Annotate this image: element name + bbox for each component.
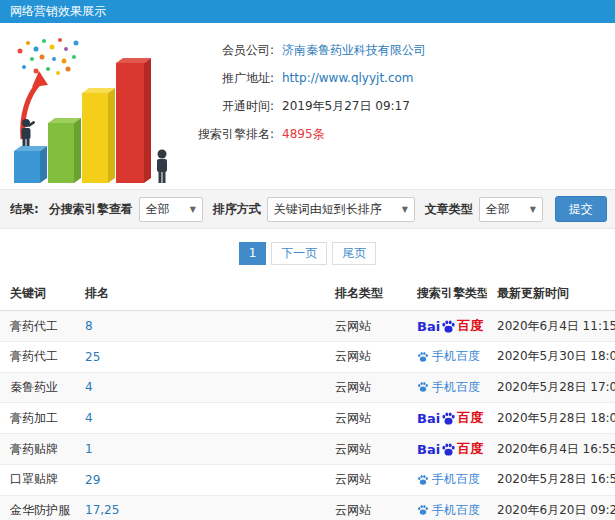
sort-filter-value: 关键词由短到长排序 <box>274 201 382 218</box>
bar-yellow <box>82 88 115 183</box>
rank-cell: 25 <box>75 342 325 373</box>
table-row: 膏药贴牌1云网站Bai百度2020年6月4日 16:55 <box>0 434 615 465</box>
updated-cell: 2020年6月4日 11:15 <box>487 311 615 342</box>
rank-link[interactable]: 4 <box>85 411 93 425</box>
article-type-label: 文章类型 <box>425 201 473 218</box>
mobile-baidu-logo: 手机百度 <box>417 471 480 488</box>
rank-type-cell: 云网站 <box>325 465 407 496</box>
table-body: 膏药代工8云网站Bai百度2020年6月4日 11:15膏药代工25云网站手机百… <box>0 311 615 520</box>
rank-type-cell: 云网站 <box>325 403 407 434</box>
bar-chart-illustration <box>6 33 178 183</box>
updated-cell: 2020年6月4日 16:55 <box>487 434 615 465</box>
page-current[interactable]: 1 <box>239 242 267 265</box>
baidu-paw-icon <box>417 381 429 393</box>
rank-type-cell: 云网站 <box>325 372 407 403</box>
rankings-table: 关键词 排名 排名类型 搜索引擎类型 最新更新时间 膏药代工8云网站Bai百度2… <box>0 277 615 520</box>
table-row: 膏药代工8云网站Bai百度2020年6月4日 11:15 <box>0 311 615 342</box>
engine-cell: Bai百度 <box>407 434 487 465</box>
bar-blue <box>14 146 47 183</box>
mobile-baidu-label: 手机百度 <box>432 379 480 396</box>
mobile-baidu-logo: 手机百度 <box>417 502 480 519</box>
rank-link[interactable]: 29 <box>85 473 100 487</box>
open-time-label: 开通时间: <box>178 97 274 115</box>
sort-filter-label: 排序方式 <box>213 201 261 218</box>
rank-cell: 17,25 <box>75 495 325 520</box>
rank-link[interactable]: 1 <box>85 442 93 456</box>
page-last-button[interactable]: 尾页 <box>332 242 376 265</box>
page-title: 网络营销效果展示 <box>10 4 106 18</box>
table-row: 秦鲁药业4云网站手机百度2020年5月28日 17:02 <box>0 372 615 403</box>
keyword-cell: 膏药贴牌 <box>0 434 75 465</box>
filter-bar: 结果: 分搜索引擎查看 全部 ▼ 排序方式 关键词由短到长排序 ▼ 文章类型 全… <box>0 189 615 229</box>
article-type-select[interactable]: 全部 ▼ <box>479 197 543 222</box>
engine-rank-row: 搜索引擎排名: 4895条 <box>178 125 605 143</box>
updated-cell: 2020年5月28日 16:55 <box>487 465 615 496</box>
header-rank: 排名 <box>75 277 325 311</box>
keyword-cell: 口罩贴牌 <box>0 465 75 496</box>
bar-green <box>48 118 81 183</box>
rank-type-cell: 云网站 <box>325 434 407 465</box>
member-company-label: 会员公司: <box>178 41 274 59</box>
baidu-logo: Bai百度 <box>417 409 483 427</box>
engine-cell: 手机百度 <box>407 465 487 496</box>
baidu-logo-cjk: 百度 <box>457 317 483 335</box>
chart-illustration-svg <box>6 33 178 183</box>
baidu-logo-cjk: 百度 <box>457 440 483 458</box>
header-keyword: 关键词 <box>0 277 75 311</box>
pagination: 1 下一页 尾页 <box>0 229 615 277</box>
baidu-paw-icon <box>417 351 429 363</box>
bar-red <box>116 58 151 183</box>
rank-link[interactable]: 17,25 <box>85 503 119 517</box>
baidu-paw-icon <box>441 319 456 334</box>
header-rank-type: 排名类型 <box>325 277 407 311</box>
member-company-row: 会员公司: 济南秦鲁药业科技有限公司 <box>178 41 605 59</box>
promo-url-label: 推广地址: <box>178 69 274 87</box>
rank-cell: 1 <box>75 434 325 465</box>
baidu-logo-latin: Bai <box>417 442 440 457</box>
rank-link[interactable]: 4 <box>85 380 93 394</box>
engine-cell: Bai百度 <box>407 311 487 342</box>
header-engine-type: 搜索引擎类型 <box>407 277 487 311</box>
member-company-link[interactable]: 济南秦鲁药业科技有限公司 <box>282 41 426 59</box>
member-fields: 会员公司: 济南秦鲁药业科技有限公司 推广地址: http://www.qlyy… <box>178 33 605 185</box>
rank-type-cell: 云网站 <box>325 342 407 373</box>
table-row: 口罩贴牌29云网站手机百度2020年5月28日 16:55 <box>0 465 615 496</box>
engine-cell: 手机百度 <box>407 372 487 403</box>
rank-link[interactable]: 8 <box>85 319 93 333</box>
rank-cell: 4 <box>75 403 325 434</box>
engine-cell: 手机百度 <box>407 342 487 373</box>
chevron-down-icon: ▼ <box>530 205 536 214</box>
table-row: 膏药代工25云网站手机百度2020年5月30日 18:06 <box>0 342 615 373</box>
open-time-value: 2019年5月27日 09:17 <box>282 97 410 115</box>
keyword-cell: 膏药代工 <box>0 311 75 342</box>
baidu-logo-latin: Bai <box>417 319 440 334</box>
page-title-bar: 网络营销效果展示 <box>0 0 615 23</box>
chevron-down-icon: ▼ <box>402 205 408 214</box>
table-row: 金华防护服17,25云网站手机百度2020年6月20日 09:25 <box>0 495 615 520</box>
person-figure-right <box>157 150 167 184</box>
mobile-baidu-label: 手机百度 <box>432 471 480 488</box>
engine-rank-count: 4895条 <box>282 125 325 143</box>
page: 网络营销效果展示 <box>0 0 615 520</box>
updated-cell: 2020年5月28日 17:02 <box>487 372 615 403</box>
baidu-paw-icon <box>441 411 456 426</box>
rank-type-cell: 云网站 <box>325 495 407 520</box>
baidu-logo-cjk: 百度 <box>457 409 483 427</box>
keyword-cell: 膏药加工 <box>0 403 75 434</box>
submit-button[interactable]: 提交 <box>555 196 607 222</box>
engine-cell: Bai百度 <box>407 403 487 434</box>
updated-cell: 2020年6月20日 09:25 <box>487 495 615 520</box>
promo-url-link[interactable]: http://www.qlyyjt.com <box>282 69 414 87</box>
rank-link[interactable]: 25 <box>85 350 100 364</box>
rank-cell: 4 <box>75 372 325 403</box>
engine-rank-label: 搜索引擎排名: <box>178 125 274 143</box>
mobile-baidu-label: 手机百度 <box>432 502 480 519</box>
rank-cell: 8 <box>75 311 325 342</box>
baidu-paw-icon <box>441 442 456 457</box>
page-next-button[interactable]: 下一页 <box>271 242 327 265</box>
keyword-cell: 秦鲁药业 <box>0 372 75 403</box>
sort-filter-select[interactable]: 关键词由短到长排序 ▼ <box>267 197 415 222</box>
engine-filter-select[interactable]: 全部 ▼ <box>139 197 203 222</box>
chevron-down-icon: ▼ <box>190 205 196 214</box>
baidu-logo: Bai百度 <box>417 440 483 458</box>
